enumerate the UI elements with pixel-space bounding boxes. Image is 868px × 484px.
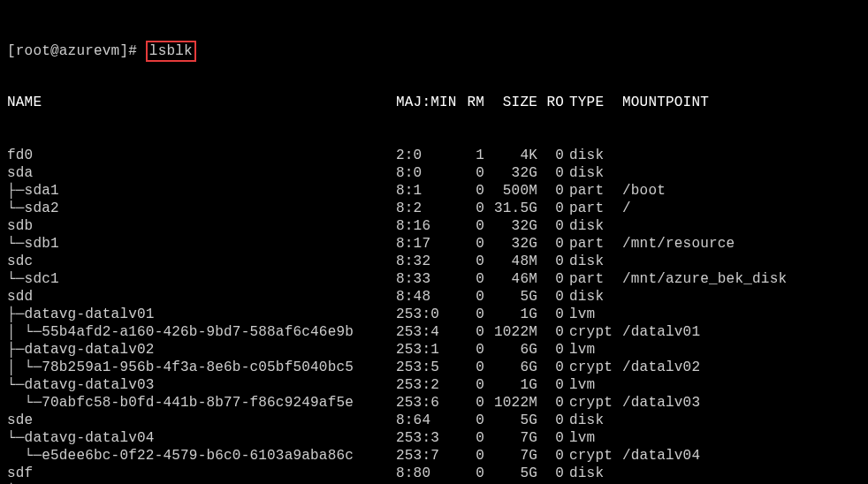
cell-ro: 0: [537, 182, 564, 200]
cell-majmin: 8:80: [396, 465, 458, 482]
cell-mountpoint: /datalv02: [622, 359, 700, 376]
cell-majmin: 253:7: [396, 447, 458, 465]
cell-ro: 0: [537, 376, 564, 394]
cell-type: disk: [564, 288, 622, 306]
cell-size: 1G: [484, 376, 537, 394]
cell-mountpoint: /mnt/azure_bek_disk: [622, 270, 787, 288]
cell-name: sda: [7, 164, 396, 182]
cell-name: sde: [7, 412, 396, 429]
cell-ro: 0: [537, 465, 564, 482]
cell-majmin: 8:32: [396, 253, 458, 270]
table-row: sda8:0032G0disk: [7, 164, 861, 182]
cell-size: 5G: [484, 288, 537, 306]
cell-type: disk: [564, 412, 622, 429]
cell-rm: 0: [458, 429, 484, 447]
col-ro: RO: [537, 94, 564, 111]
prompt-line[interactable]: [root@azurevm]# lsblk: [7, 41, 861, 58]
cell-majmin: 253:1: [396, 341, 458, 359]
cell-ro: 0: [537, 253, 564, 270]
cell-type: lvm: [564, 341, 622, 359]
cell-size: 500M: [484, 182, 537, 200]
cell-rm: 0: [458, 270, 484, 288]
table-row: │ └─55b4afd2-a160-426b-9bd7-588af6c46e9b…: [7, 323, 861, 341]
col-mountpoint: MOUNTPOINT: [622, 94, 709, 111]
cell-mountpoint: /datalv04: [622, 447, 700, 465]
cell-majmin: 2:0: [396, 147, 458, 164]
cell-size: 1G: [484, 306, 537, 323]
terminal[interactable]: [root@azurevm]# lsblk NAMEMAJ:MINRMSIZER…: [0, 0, 868, 484]
cell-rm: 0: [458, 447, 484, 465]
cell-majmin: 253:4: [396, 323, 458, 341]
cell-name: └─sdb1: [7, 235, 396, 253]
cell-size: 5G: [484, 412, 537, 429]
cell-name: sdc: [7, 253, 396, 270]
cell-ro: 0: [537, 217, 564, 235]
cell-rm: 0: [458, 465, 484, 482]
cell-ro: 0: [537, 200, 564, 217]
cell-size: 5G: [484, 465, 537, 482]
cell-mountpoint: /datalv03: [622, 394, 700, 412]
cell-ro: 0: [537, 288, 564, 306]
cell-size: 31.5G: [484, 200, 537, 217]
shell-prompt: [root@azurevm]#: [7, 43, 146, 59]
cell-type: part: [564, 200, 622, 217]
cell-name: sdb: [7, 217, 396, 235]
cell-ro: 0: [537, 235, 564, 253]
cell-rm: 0: [458, 235, 484, 253]
cell-majmin: 8:33: [396, 270, 458, 288]
table-row: └─e5dee6bc-0f22-4579-b6c0-6103a9aba86c25…: [7, 447, 861, 465]
cell-type: crypt: [564, 323, 622, 341]
cell-type: part: [564, 182, 622, 200]
col-type: TYPE: [564, 94, 622, 111]
table-row: sdc8:32048M0disk: [7, 253, 861, 270]
cell-name: │ └─55b4afd2-a160-426b-9bd7-588af6c46e9b: [7, 323, 396, 341]
cell-size: 6G: [484, 359, 537, 376]
cell-ro: 0: [537, 147, 564, 164]
cell-majmin: 8:0: [396, 164, 458, 182]
table-row: sdb8:16032G0disk: [7, 217, 861, 235]
cell-majmin: 8:64: [396, 412, 458, 429]
cell-type: lvm: [564, 306, 622, 323]
cell-majmin: 8:48: [396, 288, 458, 306]
cell-rm: 1: [458, 147, 484, 164]
table-row: fd02:014K0disk: [7, 147, 861, 164]
cell-ro: 0: [537, 359, 564, 376]
cell-type: part: [564, 270, 622, 288]
cell-mountpoint: /datalv01: [622, 323, 700, 341]
cell-type: disk: [564, 217, 622, 235]
cell-majmin: 253:3: [396, 429, 458, 447]
table-row: └─datavg-datalv03253:201G0lvm: [7, 376, 861, 394]
cell-rm: 0: [458, 253, 484, 270]
cell-rm: 0: [458, 359, 484, 376]
table-row: ├─datavg-datalv01253:001G0lvm: [7, 306, 861, 323]
cell-size: 46M: [484, 270, 537, 288]
cell-type: lvm: [564, 376, 622, 394]
cell-name: └─datavg-datalv04: [7, 429, 396, 447]
cell-ro: 0: [537, 447, 564, 465]
col-size: SIZE: [484, 94, 537, 111]
cell-type: crypt: [564, 394, 622, 412]
cell-size: 48M: [484, 253, 537, 270]
cell-majmin: 253:0: [396, 306, 458, 323]
table-row: sdf8:8005G0disk: [7, 465, 861, 482]
cell-size: 32G: [484, 164, 537, 182]
cell-mountpoint: /: [622, 200, 631, 217]
cell-majmin: 253:5: [396, 359, 458, 376]
cell-name: ├─datavg-datalv02: [7, 341, 396, 359]
cell-size: 7G: [484, 429, 537, 447]
cell-ro: 0: [537, 412, 564, 429]
table-row: └─70abfc58-b0fd-441b-8b77-f86c9249af5e25…: [7, 394, 861, 412]
cell-name: └─sdc1: [7, 270, 396, 288]
cell-majmin: 253:2: [396, 376, 458, 394]
header-row: NAMEMAJ:MINRMSIZEROTYPEMOUNTPOINT: [7, 94, 861, 111]
cell-type: disk: [564, 147, 622, 164]
cell-rm: 0: [458, 182, 484, 200]
cell-mountpoint: /boot: [622, 182, 666, 200]
table-row: └─sdc18:33046M0part/mnt/azure_bek_disk: [7, 270, 861, 288]
cell-name: sdd: [7, 288, 396, 306]
cell-ro: 0: [537, 394, 564, 412]
cell-ro: 0: [537, 323, 564, 341]
cell-size: 7G: [484, 447, 537, 465]
cell-name: │ └─78b259a1-956b-4f3a-8e6b-c05bf5040bc5: [7, 359, 396, 376]
cell-rm: 0: [458, 217, 484, 235]
